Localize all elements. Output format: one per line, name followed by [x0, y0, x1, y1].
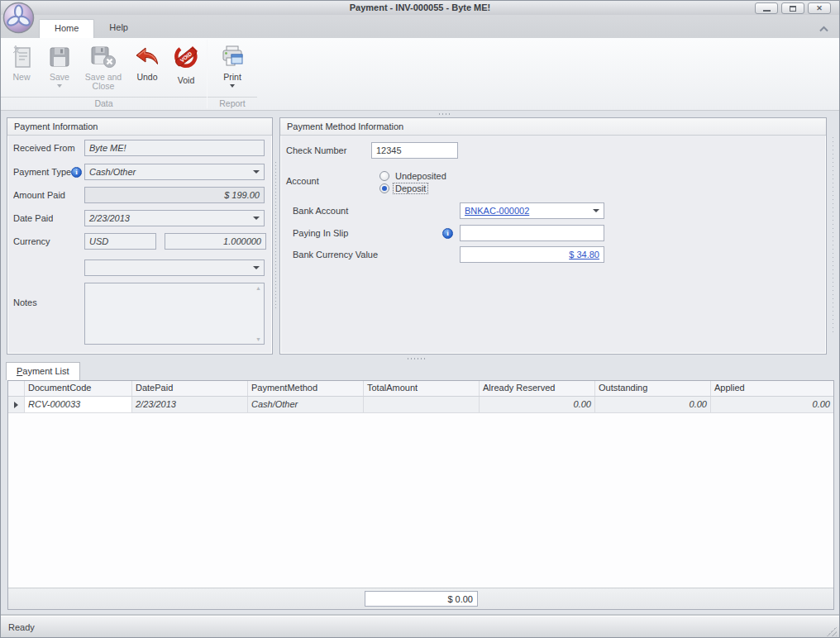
bottom-tab-strip: Payment List [1, 362, 839, 380]
dropdown-arrow-icon [253, 217, 260, 220]
ribbon-group-label-data: Data [1, 97, 207, 110]
column-header-documentcode[interactable]: DocumentCode [25, 381, 132, 396]
undo-button-label: Undo [136, 73, 157, 82]
cell-paymentmethod[interactable]: Cash/Other [248, 397, 364, 412]
title-bar: Payment - INV-000055 - Byte ME! ✕ [1, 1, 839, 15]
save-button[interactable]: Save [41, 40, 79, 88]
status-bar: Ready [1, 616, 839, 638]
close-button[interactable]: ✕ [808, 2, 831, 14]
grid-empty-area[interactable] [8, 413, 833, 588]
cell-datepaid[interactable]: 2/23/2013 [132, 397, 248, 412]
minimize-icon [763, 9, 771, 12]
radio-icon [379, 171, 389, 181]
currency-label: Currency [13, 236, 50, 246]
print-icon [220, 42, 245, 72]
cell-documentcode[interactable]: RCV-000033 [25, 397, 132, 412]
tab-home[interactable]: Home [39, 19, 94, 38]
resize-grip-icon[interactable] [827, 626, 837, 636]
paying-in-slip-input[interactable] [460, 225, 604, 241]
right-splitter-strip[interactable] [827, 117, 839, 355]
new-button-label: New [12, 73, 30, 82]
splitter-grip[interactable] [439, 113, 452, 115]
save-and-close-button[interactable]: Save and Close [79, 40, 128, 91]
column-header-totalamount[interactable]: TotalAmount [364, 381, 480, 396]
payment-information-title: Payment Information [7, 118, 272, 136]
void-button-label: Void [178, 76, 194, 85]
dropdown-arrow-icon [253, 170, 260, 174]
dropdown-arrow-icon [253, 266, 260, 269]
save-and-close-button-label: Save and Close [79, 73, 128, 91]
form-area: Payment Information Received From Byte M… [1, 117, 839, 355]
tab-payment-list[interactable]: Payment List [6, 362, 80, 380]
save-floppy-icon [49, 42, 70, 72]
cell-already-reserved[interactable]: 0.00 [480, 397, 595, 412]
bank-currency-value-label: Bank Currency Value [293, 250, 378, 259]
notes-label: Notes [13, 298, 37, 307]
currency-rate-field[interactable]: 1.000000 [165, 233, 266, 250]
radio-undeposited[interactable]: Undeposited [379, 169, 448, 182]
check-number-label: Check Number [286, 145, 371, 155]
amount-paid-label: Amount Paid [13, 190, 65, 200]
undo-arrow-icon [134, 42, 160, 72]
extra-dropdown[interactable] [84, 259, 265, 276]
status-text: Ready [8, 622, 35, 632]
print-dropdown-arrow-icon [230, 84, 235, 88]
ribbon-group-label-report: Report [208, 97, 257, 110]
new-button[interactable]: New [2, 40, 41, 82]
maximize-button[interactable] [781, 2, 804, 14]
column-header-datepaid[interactable]: DatePaid [132, 381, 248, 396]
bank-account-dropdown[interactable]: BNKAC-000002 [460, 202, 604, 219]
undo-button[interactable]: Undo [128, 40, 166, 82]
minimize-button[interactable] [755, 2, 778, 14]
void-button[interactable]: VOID Void [167, 40, 205, 85]
check-number-input[interactable]: 12345 [371, 142, 458, 159]
app-menu-button[interactable] [2, 2, 35, 34]
scroll-up-icon: ▲ [255, 285, 261, 291]
bank-currency-value-link[interactable]: $ 34.80 [569, 250, 599, 259]
column-header-paymentmethod[interactable]: PaymentMethod [248, 381, 364, 396]
date-paid-dropdown[interactable]: 2/23/2013 [84, 210, 265, 226]
horizontal-splitter[interactable] [1, 355, 839, 362]
notes-textarea[interactable]: ▲ ▼ [84, 283, 265, 345]
radio-selected-icon [379, 183, 389, 193]
chevron-up-icon [819, 26, 829, 32]
vertical-splitter[interactable] [273, 117, 279, 355]
bank-account-link[interactable]: BNKAC-000002 [465, 206, 529, 216]
received-from-field[interactable]: Byte ME! [84, 140, 265, 156]
tab-help[interactable]: Help [94, 19, 143, 38]
app-logo-icon [2, 2, 35, 34]
radio-deposit[interactable]: Deposit [379, 182, 448, 194]
column-header-applied[interactable]: Applied [711, 381, 833, 396]
payment-type-dropdown[interactable]: Cash/Other [84, 164, 265, 180]
account-label: Account [286, 176, 371, 186]
table-row[interactable]: RCV-000033 2/23/2013 Cash/Other 0.00 0.0… [8, 397, 833, 413]
info-icon[interactable]: i [71, 167, 82, 178]
ribbon-tab-row: Home Help [1, 15, 839, 38]
date-paid-label: Date Paid [13, 213, 53, 223]
close-icon: ✕ [816, 5, 823, 12]
print-button-label: Print [223, 73, 241, 82]
payment-information-panel: Payment Information Received From Byte M… [7, 117, 273, 355]
payment-type-label: Payment Type [13, 167, 71, 177]
payment-method-panel: Payment Method Information Check Number … [279, 117, 827, 355]
app-window: Payment - INV-000055 - Byte ME! ✕ Home H… [0, 0, 840, 638]
total-amount-summary: $ 0.00 [365, 591, 478, 607]
currency-code-field[interactable]: USD [84, 233, 156, 250]
row-selector-cell[interactable] [8, 397, 25, 412]
window-title: Payment - INV-000055 - Byte ME! [1, 2, 839, 12]
void-stamp-icon: VOID [172, 42, 200, 72]
cell-applied[interactable]: 0.00 [711, 397, 833, 412]
cell-totalamount[interactable] [364, 397, 480, 412]
payment-list-grid: DocumentCode DatePaid PaymentMethod Tota… [7, 380, 834, 610]
collapse-ribbon-button[interactable] [819, 24, 829, 34]
bank-currency-value-input[interactable]: $ 34.80 [460, 246, 604, 263]
splitter-grip [408, 358, 426, 359]
cell-outstanding[interactable]: 0.00 [595, 397, 711, 412]
paying-in-slip-label: Paying In Slip [293, 228, 348, 238]
column-header-already-reserved[interactable]: Already Reserved [480, 381, 595, 396]
info-icon[interactable]: i [442, 228, 453, 239]
column-header-outstanding[interactable]: Outstanding [595, 381, 711, 396]
print-button[interactable]: Print [209, 40, 255, 88]
received-from-label: Received From [13, 143, 75, 153]
save-dropdown-arrow-icon [57, 84, 62, 88]
